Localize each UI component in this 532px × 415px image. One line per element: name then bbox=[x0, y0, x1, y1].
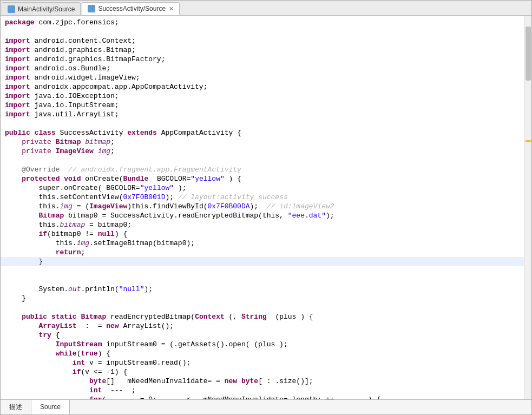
main-window: MainActivity/Source SuccessActivity/Sour… bbox=[0, 0, 532, 415]
scrollbar-thumb[interactable] bbox=[526, 27, 531, 81]
java-file-icon bbox=[8, 5, 15, 13]
java-file-icon-2 bbox=[88, 5, 95, 12]
tab-mainactivity-label: MainActivity/Source bbox=[18, 5, 75, 13]
status-bar: 描述 Source bbox=[1, 399, 531, 414]
vertical-scrollbar[interactable] bbox=[524, 16, 531, 399]
code-editor[interactable]: package com.zjpc.forensics; import andro… bbox=[1, 16, 524, 399]
status-tab-describe-label: 描述 bbox=[9, 403, 22, 412]
editor-area: package com.zjpc.forensics; import andro… bbox=[1, 16, 531, 399]
tab-successactivity-label: SuccessActivity/Source bbox=[98, 5, 166, 12]
tab-close-icon[interactable]: ✕ bbox=[169, 5, 174, 12]
status-tab-describe[interactable]: 描述 bbox=[1, 400, 31, 414]
tab-bar: MainActivity/Source SuccessActivity/Sour… bbox=[1, 1, 531, 16]
tab-successactivity[interactable]: SuccessActivity/Source ✕ bbox=[82, 2, 180, 15]
status-tab-source[interactable]: Source bbox=[31, 400, 70, 414]
scrollbar-marker bbox=[526, 140, 531, 142]
tab-mainactivity[interactable]: MainActivity/Source bbox=[2, 2, 81, 15]
status-tab-source-label: Source bbox=[40, 403, 61, 411]
